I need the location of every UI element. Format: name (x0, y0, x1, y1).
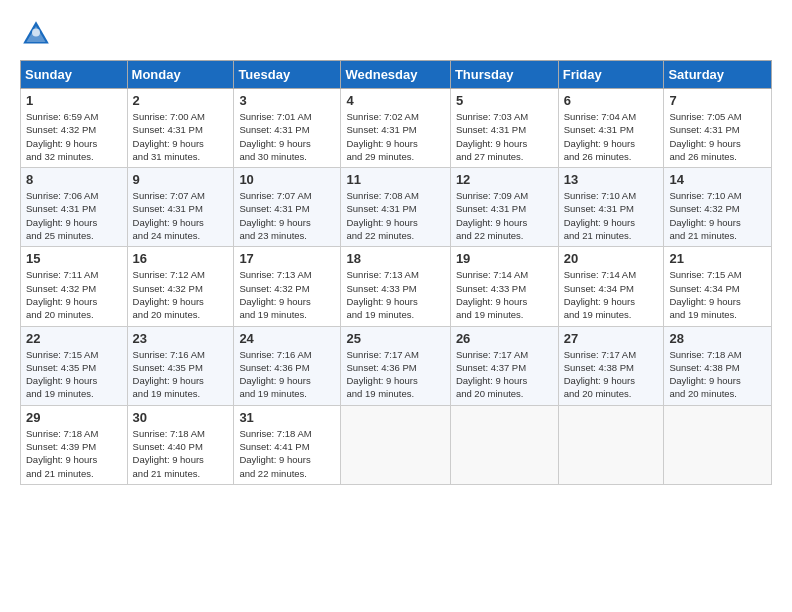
day-cell: 4Sunrise: 7:02 AM Sunset: 4:31 PM Daylig… (341, 89, 450, 168)
day-info: Sunrise: 7:12 AM Sunset: 4:32 PM Dayligh… (133, 268, 229, 321)
day-info: Sunrise: 7:08 AM Sunset: 4:31 PM Dayligh… (346, 189, 444, 242)
day-number: 27 (564, 331, 659, 346)
weekday-sunday: Sunday (21, 61, 128, 89)
day-number: 4 (346, 93, 444, 108)
day-number: 8 (26, 172, 122, 187)
day-cell: 10Sunrise: 7:07 AM Sunset: 4:31 PM Dayli… (234, 168, 341, 247)
day-number: 20 (564, 251, 659, 266)
day-cell: 21Sunrise: 7:15 AM Sunset: 4:34 PM Dayli… (664, 247, 772, 326)
day-number: 14 (669, 172, 766, 187)
day-cell: 13Sunrise: 7:10 AM Sunset: 4:31 PM Dayli… (558, 168, 664, 247)
day-info: Sunrise: 6:59 AM Sunset: 4:32 PM Dayligh… (26, 110, 122, 163)
day-number: 30 (133, 410, 229, 425)
day-cell (450, 405, 558, 484)
day-number: 21 (669, 251, 766, 266)
day-cell: 26Sunrise: 7:17 AM Sunset: 4:37 PM Dayli… (450, 326, 558, 405)
day-cell: 11Sunrise: 7:08 AM Sunset: 4:31 PM Dayli… (341, 168, 450, 247)
day-number: 7 (669, 93, 766, 108)
logo (20, 18, 56, 50)
day-info: Sunrise: 7:10 AM Sunset: 4:31 PM Dayligh… (564, 189, 659, 242)
day-cell: 28Sunrise: 7:18 AM Sunset: 4:38 PM Dayli… (664, 326, 772, 405)
calendar: SundayMondayTuesdayWednesdayThursdayFrid… (20, 60, 772, 485)
day-cell: 29Sunrise: 7:18 AM Sunset: 4:39 PM Dayli… (21, 405, 128, 484)
day-info: Sunrise: 7:07 AM Sunset: 4:31 PM Dayligh… (239, 189, 335, 242)
weekday-monday: Monday (127, 61, 234, 89)
day-info: Sunrise: 7:18 AM Sunset: 4:41 PM Dayligh… (239, 427, 335, 480)
day-cell: 7Sunrise: 7:05 AM Sunset: 4:31 PM Daylig… (664, 89, 772, 168)
week-row-1: 1Sunrise: 6:59 AM Sunset: 4:32 PM Daylig… (21, 89, 772, 168)
day-number: 15 (26, 251, 122, 266)
day-info: Sunrise: 7:09 AM Sunset: 4:31 PM Dayligh… (456, 189, 553, 242)
day-cell: 6Sunrise: 7:04 AM Sunset: 4:31 PM Daylig… (558, 89, 664, 168)
day-cell: 12Sunrise: 7:09 AM Sunset: 4:31 PM Dayli… (450, 168, 558, 247)
day-number: 23 (133, 331, 229, 346)
day-info: Sunrise: 7:07 AM Sunset: 4:31 PM Dayligh… (133, 189, 229, 242)
day-info: Sunrise: 7:02 AM Sunset: 4:31 PM Dayligh… (346, 110, 444, 163)
day-info: Sunrise: 7:16 AM Sunset: 4:35 PM Dayligh… (133, 348, 229, 401)
day-number: 18 (346, 251, 444, 266)
weekday-friday: Friday (558, 61, 664, 89)
day-number: 3 (239, 93, 335, 108)
day-cell: 16Sunrise: 7:12 AM Sunset: 4:32 PM Dayli… (127, 247, 234, 326)
day-number: 5 (456, 93, 553, 108)
weekday-saturday: Saturday (664, 61, 772, 89)
weekday-tuesday: Tuesday (234, 61, 341, 89)
day-info: Sunrise: 7:14 AM Sunset: 4:34 PM Dayligh… (564, 268, 659, 321)
weekday-thursday: Thursday (450, 61, 558, 89)
day-number: 29 (26, 410, 122, 425)
weekday-header-row: SundayMondayTuesdayWednesdayThursdayFrid… (21, 61, 772, 89)
day-info: Sunrise: 7:15 AM Sunset: 4:34 PM Dayligh… (669, 268, 766, 321)
day-number: 22 (26, 331, 122, 346)
week-row-3: 15Sunrise: 7:11 AM Sunset: 4:32 PM Dayli… (21, 247, 772, 326)
week-row-4: 22Sunrise: 7:15 AM Sunset: 4:35 PM Dayli… (21, 326, 772, 405)
day-cell: 31Sunrise: 7:18 AM Sunset: 4:41 PM Dayli… (234, 405, 341, 484)
day-info: Sunrise: 7:04 AM Sunset: 4:31 PM Dayligh… (564, 110, 659, 163)
day-number: 12 (456, 172, 553, 187)
day-cell: 17Sunrise: 7:13 AM Sunset: 4:32 PM Dayli… (234, 247, 341, 326)
day-info: Sunrise: 7:10 AM Sunset: 4:32 PM Dayligh… (669, 189, 766, 242)
day-info: Sunrise: 7:15 AM Sunset: 4:35 PM Dayligh… (26, 348, 122, 401)
day-number: 26 (456, 331, 553, 346)
day-info: Sunrise: 7:03 AM Sunset: 4:31 PM Dayligh… (456, 110, 553, 163)
day-info: Sunrise: 7:13 AM Sunset: 4:33 PM Dayligh… (346, 268, 444, 321)
day-cell: 15Sunrise: 7:11 AM Sunset: 4:32 PM Dayli… (21, 247, 128, 326)
day-cell (341, 405, 450, 484)
page: SundayMondayTuesdayWednesdayThursdayFrid… (0, 0, 792, 612)
day-cell: 19Sunrise: 7:14 AM Sunset: 4:33 PM Dayli… (450, 247, 558, 326)
day-number: 2 (133, 93, 229, 108)
day-cell (664, 405, 772, 484)
day-cell: 3Sunrise: 7:01 AM Sunset: 4:31 PM Daylig… (234, 89, 341, 168)
day-info: Sunrise: 7:18 AM Sunset: 4:38 PM Dayligh… (669, 348, 766, 401)
day-number: 16 (133, 251, 229, 266)
day-cell: 1Sunrise: 6:59 AM Sunset: 4:32 PM Daylig… (21, 89, 128, 168)
day-info: Sunrise: 7:05 AM Sunset: 4:31 PM Dayligh… (669, 110, 766, 163)
day-number: 1 (26, 93, 122, 108)
day-number: 25 (346, 331, 444, 346)
day-number: 17 (239, 251, 335, 266)
day-info: Sunrise: 7:17 AM Sunset: 4:38 PM Dayligh… (564, 348, 659, 401)
day-cell: 22Sunrise: 7:15 AM Sunset: 4:35 PM Dayli… (21, 326, 128, 405)
day-cell: 14Sunrise: 7:10 AM Sunset: 4:32 PM Dayli… (664, 168, 772, 247)
day-cell: 2Sunrise: 7:00 AM Sunset: 4:31 PM Daylig… (127, 89, 234, 168)
day-cell (558, 405, 664, 484)
day-cell: 18Sunrise: 7:13 AM Sunset: 4:33 PM Dayli… (341, 247, 450, 326)
day-info: Sunrise: 7:01 AM Sunset: 4:31 PM Dayligh… (239, 110, 335, 163)
day-cell: 9Sunrise: 7:07 AM Sunset: 4:31 PM Daylig… (127, 168, 234, 247)
day-info: Sunrise: 7:17 AM Sunset: 4:37 PM Dayligh… (456, 348, 553, 401)
day-number: 10 (239, 172, 335, 187)
day-info: Sunrise: 7:18 AM Sunset: 4:40 PM Dayligh… (133, 427, 229, 480)
day-number: 24 (239, 331, 335, 346)
day-cell: 27Sunrise: 7:17 AM Sunset: 4:38 PM Dayli… (558, 326, 664, 405)
week-row-5: 29Sunrise: 7:18 AM Sunset: 4:39 PM Dayli… (21, 405, 772, 484)
day-info: Sunrise: 7:13 AM Sunset: 4:32 PM Dayligh… (239, 268, 335, 321)
day-number: 9 (133, 172, 229, 187)
svg-point-2 (32, 28, 40, 36)
day-info: Sunrise: 7:11 AM Sunset: 4:32 PM Dayligh… (26, 268, 122, 321)
day-cell: 30Sunrise: 7:18 AM Sunset: 4:40 PM Dayli… (127, 405, 234, 484)
day-number: 19 (456, 251, 553, 266)
day-cell: 5Sunrise: 7:03 AM Sunset: 4:31 PM Daylig… (450, 89, 558, 168)
day-info: Sunrise: 7:16 AM Sunset: 4:36 PM Dayligh… (239, 348, 335, 401)
day-number: 13 (564, 172, 659, 187)
day-info: Sunrise: 7:00 AM Sunset: 4:31 PM Dayligh… (133, 110, 229, 163)
day-info: Sunrise: 7:06 AM Sunset: 4:31 PM Dayligh… (26, 189, 122, 242)
